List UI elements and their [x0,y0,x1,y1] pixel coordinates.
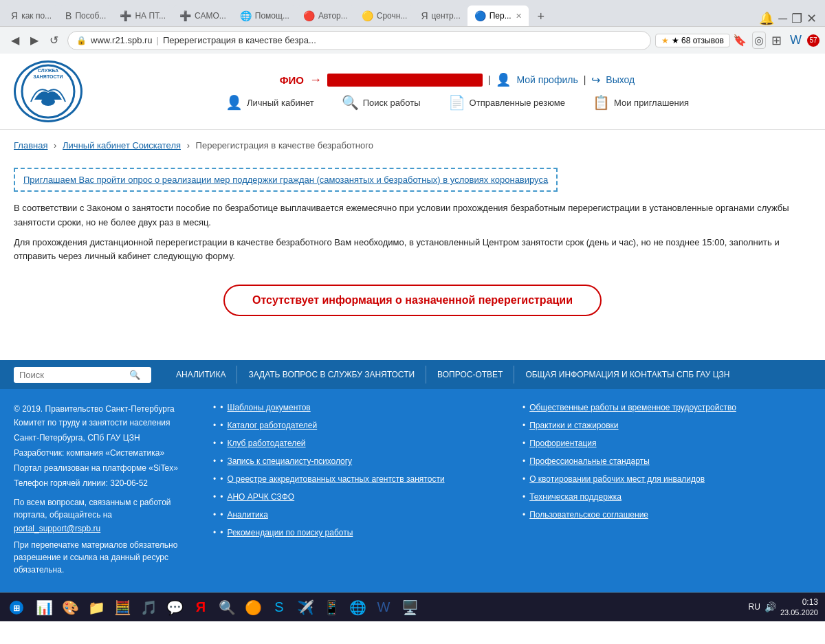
minimize-button[interactable]: ─ [778,12,787,26]
nav-invitations[interactable]: 📋 Мои приглашения [593,94,689,111]
reviews-badge[interactable]: ★ ★ 68 отзывов [655,34,730,47]
footer-right-link-4[interactable]: •Профессиональные стандарты [522,456,811,470]
tab-3-icon: ➕ [120,10,131,21]
footer-right-link-1[interactable]: •Общественные работы и временное трудоус… [522,403,811,417]
extensions-icon[interactable]: ⊞ [769,32,784,49]
refresh-button[interactable]: ↺ [44,31,63,50]
exit-link[interactable]: Выход [606,74,635,85]
nav-sent-resume[interactable]: 📄 Отправленные резюме [448,94,565,111]
taskbar-sheets[interactable]: 📊 [32,595,56,620]
tab-2[interactable]: В Пособ... [58,5,113,26]
footer-nav-analytics[interactable]: АНАЛИТИКА [165,366,236,384]
maximize-button[interactable]: ❐ [791,11,802,26]
taskbar-desktop[interactable]: 🖥️ [397,595,422,620]
tab-6-label: Автор... [318,11,348,21]
taskbar-yandex[interactable]: Я [188,595,213,620]
tab-3[interactable]: ➕ НА ПТ... [113,5,173,26]
breadcrumb: Главная › Личный кабинет Соискателя › Пе… [0,130,825,154]
nav-row: 👤 Личный кабинет 🔍 Поиск работы 📄 Отправ… [226,94,689,111]
close-button[interactable]: ✕ [806,11,817,26]
tab-7-icon: 🟡 [362,10,373,21]
taskbar-media[interactable]: 🎵 [136,595,161,620]
tab-1-label: как по... [21,11,52,21]
no-registration-message: Отсутствует информация о назначенной пер… [14,285,811,316]
footer-hotline: Телефон горячей линии: 320-06-52 [14,477,192,489]
footer-nav-info[interactable]: ОБЩАЯ ИНФОРМАЦИЯ И КОНТАКТЫ СПБ ГАУ ЦЗН [514,366,740,384]
footer-mid-link-3[interactable]: •Клуб работодателей [213,438,502,452]
nav-search-label: Поиск работы [363,98,421,108]
tab-8[interactable]: Я центр... [414,5,467,26]
tab-8-icon: Я [421,10,428,21]
nav-personal-cabinet[interactable]: 👤 Личный кабинет [226,94,314,111]
taskbar-calc[interactable]: 🧮 [110,595,135,620]
tab-8-label: центр... [432,11,461,21]
tab-5-label: Помощ... [255,11,289,21]
svg-point-3 [41,98,55,106]
footer-mid-link-6[interactable]: •АНО АРЧК СЗФО [213,492,502,506]
taskbar-word[interactable]: W [371,595,396,620]
survey-link[interactable]: Приглашаем Вас пройти опрос о реализации… [23,175,548,185]
main-content: Приглашаем Вас пройти опрос о реализации… [0,154,825,360]
taskbar-volume-icon[interactable]: 🔊 [764,601,776,612]
taskbar: ⊞ 📊 🎨 📁 🧮 🎵 💬 Я 🔍 🟠 S ✈️ 📱 🌐 W 🖥️ [0,592,825,621]
footer-right-link-3[interactable]: •Профориентация [522,438,811,452]
address-bar[interactable]: 🔒 www.r21.spb.ru | Перерегистрация в кач… [67,31,651,50]
browser-chrome: Я как по... В Пособ... ➕ НА ПТ... ➕ САМО… [0,0,825,54]
tab-close-icon[interactable]: ✕ [516,12,522,21]
footer-nav: 🔍 АНАЛИТИКА ЗАДАТЬ ВОПРОС В СЛУЖБУ ЗАНЯТ… [0,360,825,389]
footer-right-link-6[interactable]: •Техническая поддержка [522,492,811,506]
tab-5[interactable]: 🌐 Помощ... [233,5,296,26]
instagram-icon[interactable]: ◎ [752,32,766,49]
nav-job-search[interactable]: 🔍 Поиск работы [342,94,421,111]
tab-9-active[interactable]: 🔵 Пер... ✕ [468,5,529,26]
footer-mid-link-7[interactable]: •Аналитика [213,510,502,524]
taskbar-time: 0:13 [780,597,818,608]
browser-right-icons: 🔖 ◎ ⊞ W 57 [730,32,820,49]
taskbar-app8[interactable]: 🟠 [241,595,265,620]
bookmark-icon[interactable]: 🔖 [730,32,749,48]
tab-7[interactable]: 🟡 Срочн... [355,5,415,26]
reviews-label: ★ 68 отзывов [672,36,724,45]
breadcrumb-home[interactable]: Главная [14,140,47,151]
footer-right-link-5[interactable]: •О квотировании рабочих мест для инвалид… [522,474,811,488]
taskbar-telegram[interactable]: ✈️ [293,595,318,620]
back-button[interactable]: ◀ [6,31,25,50]
footer-org2: Санкт-Петербурга, СПб ГАУ ЦЗН [14,432,192,444]
footer-nav-qa[interactable]: ВОПРОС-ОТВЕТ [426,366,514,384]
footer-right-link-7[interactable]: •Пользовательское соглашение [522,510,811,524]
footer-search-button[interactable]: 🔍 [129,370,140,380]
breadcrumb-cabinet[interactable]: Личный кабинет Соискателя [63,140,181,151]
word-icon[interactable]: W [787,32,804,49]
nav-cabinet-icon: 👤 [226,94,243,111]
taskbar-skype[interactable]: S [267,595,292,620]
footer-mid-link-2[interactable]: •Каталог работодателей [213,421,502,434]
footer-mid-link-4[interactable]: •Запись к специалисту-психологу [213,456,502,470]
footer-right-link-2[interactable]: •Практики и стажировки [522,421,811,434]
taskbar-lang[interactable]: RU [749,602,760,612]
svg-text:⊞: ⊞ [13,603,20,613]
footer-email[interactable]: portal_support@rspb.ru [14,524,192,533]
taskbar-right: RU 🔊 0:13 23.05.2020 [749,597,822,618]
taskbar-paint[interactable]: 🎨 [58,595,82,620]
footer-dev: Разработчик: компания «Систематика» [14,447,192,459]
profile-link[interactable]: Мой профиль [516,74,578,85]
url-separator: | [157,35,159,45]
start-button[interactable]: ⊞ [3,595,30,621]
footer-nav-ask[interactable]: ЗАДАТЬ ВОПРОС В СЛУЖБУ ЗАНЯТОСТИ [236,366,426,384]
taskbar-chrome[interactable]: 🌐 [345,595,370,620]
user-divider: | [488,74,491,85]
footer-org1: Комитет по труду и занятости населения [14,417,192,429]
footer-mid-link-5[interactable]: •О реестре аккредитованных частных агент… [213,474,502,488]
tab-6[interactable]: 🔴 Автор... [296,5,355,26]
tab-4[interactable]: ➕ САМО... [173,5,233,26]
new-tab-button[interactable]: + [531,7,551,26]
forward-button[interactable]: ▶ [25,31,44,50]
taskbar-whatsapp[interactable]: 💬 [162,595,187,620]
footer-search-input[interactable] [19,370,129,380]
taskbar-files[interactable]: 📁 [84,595,109,620]
taskbar-search[interactable]: 🔍 [214,595,239,620]
tab-1[interactable]: Я как по... [4,5,58,26]
footer-mid-link-8[interactable]: •Рекомендации по поиску работы [213,528,502,542]
taskbar-viber[interactable]: 📱 [319,595,344,620]
footer-mid-link-1[interactable]: •Шаблоны документов [213,403,502,417]
